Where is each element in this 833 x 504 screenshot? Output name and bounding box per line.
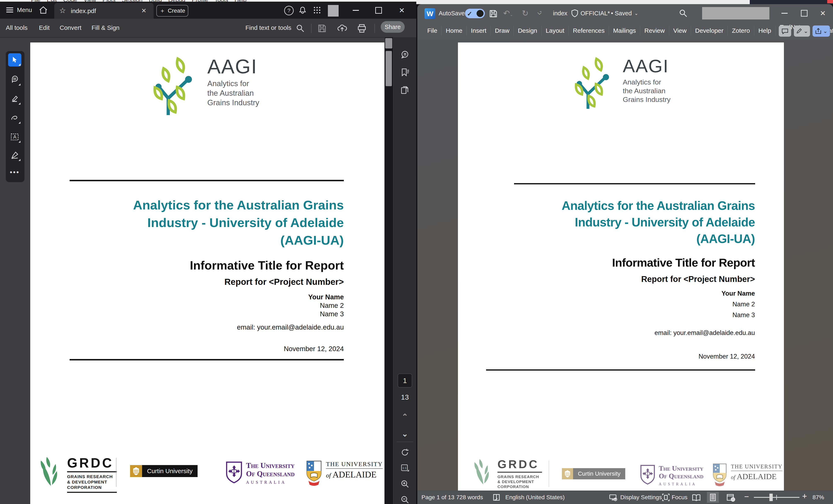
pdf-scrollbar-thumb[interactable]: [386, 51, 392, 86]
draw-tool-button[interactable]: [8, 111, 21, 124]
next-page-icon[interactable]: ⌄: [400, 429, 409, 438]
tab-view[interactable]: View: [669, 26, 691, 35]
read-mode-icon[interactable]: [692, 493, 701, 502]
tab-review[interactable]: Review: [640, 26, 669, 35]
tab-mailings[interactable]: Mailings: [609, 26, 640, 35]
zoom-out-icon[interactable]: [400, 495, 409, 504]
select-tool-button[interactable]: [8, 53, 21, 67]
highlight-tool-button[interactable]: [8, 92, 21, 105]
save-status-chevron-icon[interactable]: ⌄: [634, 11, 638, 16]
tab-developer[interactable]: Developer: [691, 26, 728, 35]
pages-panel-icon[interactable]: [400, 86, 409, 95]
previous-page-icon[interactable]: ⌃: [400, 412, 409, 421]
hamburger-menu-icon[interactable]: [6, 6, 13, 14]
undo-icon[interactable]: ↶⌄: [503, 9, 513, 18]
share-button[interactable]: ⌄: [812, 25, 830, 37]
comments-panel-icon[interactable]: [400, 50, 409, 59]
text-select-tool-button[interactable]: A: [8, 130, 21, 144]
bookmarks-panel-icon[interactable]: [400, 68, 409, 77]
edit-button[interactable]: Edit: [39, 24, 50, 31]
create-button[interactable]: ＋ Create: [157, 5, 188, 17]
save-icon[interactable]: [317, 24, 327, 33]
focus-mode-icon[interactable]: [662, 493, 670, 502]
word-page[interactable]: AAGI Analytics forthe AustralianGrains I…: [458, 43, 784, 490]
cloud-upload-icon[interactable]: [337, 23, 347, 33]
current-page-input[interactable]: 1: [398, 374, 412, 388]
app-grid-icon[interactable]: [313, 6, 322, 15]
save-icon[interactable]: [489, 9, 498, 18]
grdc-wheat-icon: [473, 458, 494, 494]
save-status[interactable]: • Saved: [611, 10, 632, 17]
zoom-percentage[interactable]: 87%: [812, 494, 824, 501]
aagi-brand: AAGI: [207, 56, 259, 76]
pdf-scrollbar[interactable]: [385, 37, 393, 504]
tab-insert[interactable]: Insert: [467, 26, 491, 35]
redo-icon[interactable]: ↻: [522, 9, 528, 18]
minimize-button[interactable]: [779, 8, 790, 18]
notifications-bell-icon[interactable]: [298, 6, 307, 15]
check-icon: ✓: [467, 10, 472, 17]
maximize-button[interactable]: [799, 8, 810, 18]
display-settings-icon[interactable]: [609, 493, 618, 502]
tab-design[interactable]: Design: [514, 26, 541, 35]
print-layout-icon[interactable]: [707, 492, 719, 503]
tab-draw[interactable]: Draw: [491, 26, 514, 35]
tab-layout[interactable]: Layout: [542, 26, 569, 35]
close-button[interactable]: ✕: [817, 8, 829, 18]
language-indicator[interactable]: English (United States): [505, 494, 565, 501]
more-tools-button[interactable]: •••: [8, 166, 21, 179]
zoom-out-button[interactable]: −: [744, 492, 749, 501]
document-tab[interactable]: ☆ index.pdf ✕: [54, 3, 154, 19]
proofing-icon[interactable]: [492, 493, 501, 502]
minimize-button[interactable]: [350, 5, 362, 15]
menu-button[interactable]: Menu: [17, 7, 32, 14]
uq-line3: AUSTRALIA: [246, 480, 294, 485]
search-icon[interactable]: [679, 9, 688, 18]
home-icon[interactable]: [39, 5, 48, 15]
editing-mode-button[interactable]: ⌄: [794, 25, 810, 37]
autosave-toggle[interactable]: ✓: [465, 9, 485, 18]
search-icon[interactable]: [296, 24, 305, 33]
adelaide-crest-icon: [306, 460, 322, 486]
sign-tool-button[interactable]: [8, 148, 21, 162]
find-text-button[interactable]: Find text or tools: [245, 24, 291, 31]
tab-zotero[interactable]: Zotero: [728, 26, 754, 35]
word-titlebar: W AutoSave ✓ ↶⌄ ↻ ⌵̄ index OFFICIAL* • S…: [417, 4, 833, 22]
comment-tool-button[interactable]: [8, 73, 21, 87]
display-settings-label[interactable]: Display Settings: [620, 494, 662, 501]
web-layout-icon[interactable]: [726, 493, 735, 502]
acrobat-window: Menu ☆ index.pdf ✕ ＋ Create ?: [0, 2, 416, 504]
fill-sign-button[interactable]: Fill & Sign: [92, 24, 119, 31]
uq-line1: The University: [659, 465, 704, 472]
title-rule-top: [70, 180, 344, 181]
word-count[interactable]: 728 words: [456, 494, 483, 501]
share-button[interactable]: Share: [381, 21, 405, 33]
rotate-refresh-icon[interactable]: [400, 448, 409, 457]
maximize-button[interactable]: [373, 5, 384, 15]
tab-file[interactable]: File: [423, 26, 442, 35]
acrobat-toolbar: All tools Edit Convert Fill & Sign Find …: [0, 19, 416, 38]
curtin-shield-icon: [562, 468, 573, 479]
zoom-in-button[interactable]: +: [802, 491, 807, 501]
word-app-icon[interactable]: W: [425, 8, 435, 19]
tab-help[interactable]: Help: [754, 26, 776, 35]
author-list: Your NameName 2Name 3: [486, 288, 755, 320]
tab-close-icon[interactable]: ✕: [141, 7, 146, 14]
zoom-slider-thumb[interactable]: [769, 494, 773, 501]
comments-button[interactable]: [779, 25, 791, 37]
close-button[interactable]: ✕: [396, 5, 408, 15]
ribbon-tab-strip: File Home Insert Draw Design Layout Refe…: [423, 22, 833, 39]
curtin-shield-icon: [130, 465, 142, 477]
convert-button[interactable]: Convert: [60, 24, 81, 31]
page-indicator[interactable]: Page 1 of 13: [422, 494, 454, 501]
all-tools-button[interactable]: All tools: [6, 24, 27, 31]
actual-size-icon[interactable]: 1:1: [400, 463, 409, 473]
tab-references[interactable]: References: [569, 26, 609, 35]
quick-access-chevron-icon[interactable]: ⌵̄: [538, 9, 542, 16]
print-icon[interactable]: [357, 24, 366, 33]
zoom-in-icon[interactable]: [400, 479, 409, 488]
tab-home[interactable]: Home: [442, 26, 467, 35]
sensitivity-label[interactable]: OFFICIAL*: [580, 10, 610, 17]
focus-mode-label[interactable]: Focus: [672, 494, 687, 501]
help-icon[interactable]: ?: [284, 6, 294, 15]
